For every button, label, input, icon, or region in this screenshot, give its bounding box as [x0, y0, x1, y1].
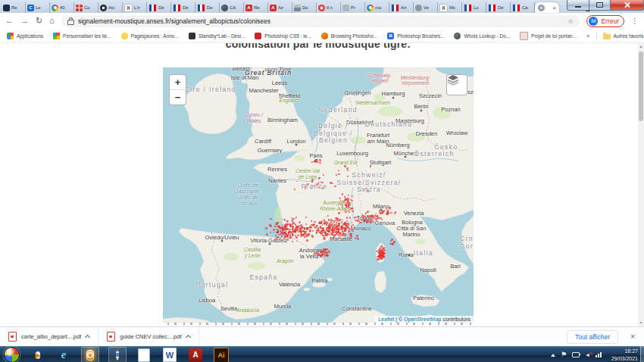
browser-tab[interactable]: )(L'ir — [123, 2, 147, 13]
browser-tab[interactable]: )(Mc — [438, 2, 462, 13]
zoom-in-button[interactable]: + — [170, 75, 186, 90]
taskbar-icon-word[interactable]: W — [161, 348, 178, 362]
titlebar: ReCLe40CoAic)(L'irDéDéDeCAAReAAzDoIl nPr… — [0, 0, 644, 13]
layers-control[interactable] — [446, 74, 467, 95]
other-favorites[interactable]: Autres favoris — [603, 33, 644, 39]
tab-label: Az — [278, 5, 283, 10]
openstreetmap-link[interactable]: OpenStreetMap — [404, 317, 441, 322]
taskbar-icon-notepad[interactable] — [136, 348, 152, 362]
browser-tab[interactable]: CA — [220, 2, 244, 13]
show-desktop-button[interactable] — [640, 346, 644, 362]
browser-tab[interactable]: Ca — [511, 2, 535, 13]
browser-tab[interactable]: Co — [74, 2, 98, 13]
profile-status: Erreur — [601, 17, 619, 25]
network-icon[interactable] — [596, 352, 602, 357]
mallorca — [312, 282, 326, 288]
clock-date: 29/03/2021 — [611, 355, 638, 362]
menu-kebab-icon[interactable]: ⋮ — [631, 17, 639, 25]
tab-close-icon[interactable]: × — [552, 5, 556, 11]
bookmarks-overflow-chevron[interactable]: » — [586, 33, 589, 39]
taskbar-icon-acrobat[interactable]: A — [187, 348, 204, 362]
scrollbar-thumb[interactable] — [639, 51, 643, 121]
tab-label: Dé — [498, 5, 504, 10]
scroll-up-arrow[interactable]: ▲ — [638, 43, 644, 50]
jersey-island — [278, 151, 280, 153]
forward-button[interactable]: → — [20, 17, 29, 25]
bookmark-item[interactable]: Browsing Photosho... — [321, 33, 377, 39]
browser-tab[interactable]: 40 — [50, 2, 74, 13]
browser-tab[interactable]: Do — [292, 2, 317, 13]
minimize-button[interactable] — [567, 0, 589, 11]
browser-tab-active[interactable]: × — [535, 2, 559, 13]
bookmark-star-icon[interactable]: ☆ — [567, 17, 574, 25]
browser-tab[interactable]: CLe — [26, 2, 50, 13]
bookmark-item[interactable]: Projet de loi portan... — [520, 32, 577, 40]
download-chip[interactable]: guide CNEV collec....pdf — [98, 327, 199, 346]
url-text[interactable]: signalement-moustique.anses.fr/signaleme… — [78, 17, 270, 25]
browser-tab[interactable]: De — [195, 2, 220, 13]
battery-icon[interactable] — [572, 352, 580, 357]
browser-tab[interactable]: Dé — [486, 2, 511, 13]
ibiza — [304, 288, 310, 291]
taskbar-clock[interactable]: 18:27 29/03/2021 — [611, 348, 638, 362]
browser-tab[interactable]: ARe — [244, 2, 268, 13]
browser-tab[interactable]: Dé — [147, 2, 171, 13]
other-favorites-label: Autres favoris — [614, 33, 644, 39]
download-chip[interactable]: carte_albo_depart....pdf — [0, 327, 98, 346]
tab-favicon-icon — [221, 5, 228, 11]
taskbar-icon-chrome[interactable] — [108, 347, 127, 362]
downloads-close-button[interactable]: × — [630, 332, 635, 341]
download-chevron-icon[interactable] — [85, 335, 90, 340]
taskbar-icon-internet-explorer[interactable]: e — [55, 348, 72, 362]
action-center-flag-icon[interactable]: ⚑ — [561, 351, 567, 358]
browser-tab[interactable]: Aic — [98, 2, 123, 13]
hidden-icons-chevron-icon[interactable] — [551, 354, 555, 357]
home-button[interactable]: ⌂ — [49, 17, 55, 25]
browser-tab[interactable]: Pr — [341, 2, 365, 13]
taskbar-icon-outlook[interactable]: O — [81, 347, 99, 362]
browser-tab[interactable]: Art — [389, 2, 414, 13]
browser-tab[interactable]: Lo — [462, 2, 486, 13]
tab-favicon-icon — [3, 5, 10, 11]
leaflet-link[interactable]: Leaflet — [378, 317, 394, 322]
tab-label: Dé — [158, 5, 164, 10]
browser-tab[interactable]: Dé — [171, 2, 195, 13]
bookmark-item[interactable]: Pagesjaunes : Annu... — [121, 33, 179, 39]
tab-favicon-icon — [76, 5, 83, 11]
taskbar: ▶eOWAAi ⚑ ◄ 18:27 29/03/2021 — [0, 346, 644, 362]
browser-tab[interactable]: Ve — [414, 2, 438, 13]
maximize-button[interactable] — [589, 0, 610, 11]
bookmark-item[interactable]: Photoshop CS5 : le... — [255, 33, 311, 39]
window-controls — [567, 0, 644, 11]
reload-button[interactable]: ↻ — [36, 17, 42, 25]
taskbar-icon-media-player[interactable]: ▶ — [30, 348, 46, 362]
back-button[interactable]: ← — [5, 17, 14, 25]
pdf-file-icon — [8, 332, 17, 342]
bookmark-item[interactable]: Standby*Lab - Desi... — [189, 33, 245, 39]
zoom-out-button[interactable]: − — [170, 90, 186, 105]
download-chevron-icon[interactable] — [185, 335, 190, 340]
scroll-down-arrow[interactable]: ▼ — [638, 320, 644, 326]
bookmark-item[interactable]: Applications — [7, 33, 43, 39]
bookmark-item[interactable]: Whois Lookup - Do... — [454, 33, 510, 39]
browser-tab[interactable]: Re — [2, 2, 26, 13]
taskbar-icon-illustrator[interactable]: Ai — [213, 348, 230, 362]
close-window-button[interactable] — [610, 0, 644, 11]
start-button[interactable] — [4, 347, 20, 362]
browser-tab[interactable]: AAz — [268, 2, 292, 13]
page-scrollbar[interactable]: ▲ ▼ — [638, 43, 644, 326]
profile-chip[interactable]: M Erreur — [586, 15, 624, 27]
bookmark-label: Photoshop Brushes... — [397, 33, 444, 39]
tab-label: Co — [84, 5, 90, 10]
address-bar[interactable]: signalement-moustique.anses.fr/signaleme… — [61, 15, 580, 27]
bookmark-label: Personnaliser les lie... — [63, 33, 111, 39]
menorca — [327, 278, 333, 281]
bookmark-item[interactable]: BPhotoshop Brushes... — [387, 33, 444, 39]
browser-tab[interactable]: mo — [365, 2, 389, 13]
bookmark-item[interactable]: Personnaliser les lie... — [53, 33, 111, 39]
close-icon — [624, 2, 630, 8]
show-all-downloads-button[interactable]: Tout afficher — [567, 330, 618, 344]
browser-tab[interactable]: Il n — [317, 2, 341, 13]
leaflet-map[interactable]: upon TyneBelfastIsle of ManGreat Britain… — [163, 67, 474, 323]
volume-icon[interactable]: ◄ — [585, 352, 590, 357]
